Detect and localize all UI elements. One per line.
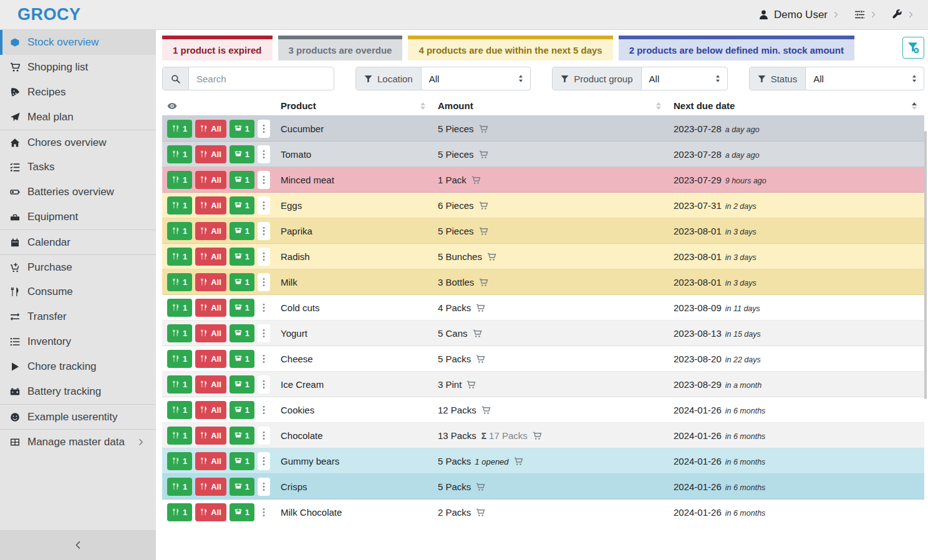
consume-all-button[interactable]: All xyxy=(195,375,226,393)
consume-all-button[interactable]: All xyxy=(195,452,226,470)
row-menu-button[interactable] xyxy=(258,375,270,393)
row-menu-button[interactable] xyxy=(258,273,270,291)
sidebar-item-manage-master-data[interactable]: Manage master data xyxy=(0,429,156,454)
consume-one-button[interactable]: 1 xyxy=(167,375,192,393)
settings-menu[interactable] xyxy=(854,9,877,20)
open-one-button[interactable]: 1 xyxy=(230,248,254,266)
row-menu-button[interactable] xyxy=(258,120,270,138)
row-menu-button[interactable] xyxy=(258,248,270,266)
sidebar-item-batteries-overview[interactable]: Batteries overview xyxy=(0,180,156,205)
row-menu-button[interactable] xyxy=(258,478,270,496)
column-header-amount[interactable]: Amount xyxy=(433,95,669,116)
sidebar-item-chore-tracking[interactable]: Chore tracking xyxy=(0,354,156,379)
open-one-button[interactable]: 1 xyxy=(230,375,254,393)
consume-one-button[interactable]: 1 xyxy=(167,350,192,368)
product-name[interactable]: Tomato xyxy=(281,149,311,160)
consume-all-button[interactable]: All xyxy=(195,222,226,240)
open-one-button[interactable]: 1 xyxy=(230,350,254,368)
sidebar-item-calendar[interactable]: Calendar xyxy=(0,229,156,254)
sidebar-item-equipment[interactable]: Equipment xyxy=(0,205,156,229)
consume-all-button[interactable]: All xyxy=(195,299,226,317)
consume-all-button[interactable]: All xyxy=(195,273,226,291)
product-name[interactable]: Gummy bears xyxy=(281,456,339,466)
consume-all-button[interactable]: All xyxy=(195,503,226,521)
open-one-button[interactable]: 1 xyxy=(230,196,254,215)
row-menu-button[interactable] xyxy=(258,427,270,445)
sidebar-item-example-userentity[interactable]: Example userentity xyxy=(0,404,156,429)
sidebar-item-meal-plan[interactable]: Meal plan xyxy=(0,105,156,130)
row-menu-button[interactable] xyxy=(258,452,270,470)
row-menu-button[interactable] xyxy=(258,171,270,189)
row-menu-button[interactable] xyxy=(258,503,270,521)
consume-one-button[interactable]: 1 xyxy=(167,427,192,445)
open-one-button[interactable]: 1 xyxy=(230,452,254,470)
consume-one-button[interactable]: 1 xyxy=(167,222,192,240)
product-name[interactable]: Paprika xyxy=(281,226,312,236)
consume-one-button[interactable]: 1 xyxy=(167,120,192,138)
sidebar-item-tasks[interactable]: Tasks xyxy=(0,155,156,180)
consume-one-button[interactable]: 1 xyxy=(167,196,192,215)
row-menu-button[interactable] xyxy=(258,222,270,240)
product-name[interactable]: Minced meat xyxy=(281,175,334,185)
location-select[interactable]: All xyxy=(422,67,531,90)
status-select[interactable]: All xyxy=(806,67,924,90)
row-menu-button[interactable] xyxy=(258,145,270,163)
product-name[interactable]: Cold cuts xyxy=(281,302,320,313)
product-name[interactable]: Eggs xyxy=(281,200,302,211)
status-banner-duesoon[interactable]: 4 products are due within the next 5 day… xyxy=(408,36,612,60)
consume-all-button[interactable]: All xyxy=(195,196,226,215)
sidebar-item-shopping-list[interactable]: Shopping list xyxy=(0,55,156,80)
consume-one-button[interactable]: 1 xyxy=(167,145,192,163)
sidebar-item-recipes[interactable]: Recipes xyxy=(0,80,156,105)
visibility-toggle-header[interactable] xyxy=(162,95,276,116)
consume-one-button[interactable]: 1 xyxy=(167,401,192,419)
open-one-button[interactable]: 1 xyxy=(230,171,254,189)
product-name[interactable]: Ice Cream xyxy=(281,379,324,390)
open-one-button[interactable]: 1 xyxy=(230,222,254,240)
open-one-button[interactable]: 1 xyxy=(230,401,254,419)
open-one-button[interactable]: 1 xyxy=(230,273,254,291)
open-one-button[interactable]: 1 xyxy=(230,324,254,342)
vertical-scrollbar[interactable] xyxy=(924,131,927,399)
open-one-button[interactable]: 1 xyxy=(230,299,254,317)
consume-one-button[interactable]: 1 xyxy=(167,478,192,496)
consume-one-button[interactable]: 1 xyxy=(167,299,192,317)
consume-all-button[interactable]: All xyxy=(195,478,226,496)
product-name[interactable]: Milk Chocolate xyxy=(281,507,342,518)
product-group-select[interactable]: All xyxy=(642,67,727,90)
search-input[interactable] xyxy=(189,67,334,90)
row-menu-button[interactable] xyxy=(258,324,270,342)
consume-one-button[interactable]: 1 xyxy=(167,503,192,521)
consume-all-button[interactable]: All xyxy=(195,171,226,189)
consume-one-button[interactable]: 1 xyxy=(167,171,192,189)
open-one-button[interactable]: 1 xyxy=(230,503,254,521)
status-banner-expired[interactable]: 1 product is expired xyxy=(162,36,273,60)
admin-menu[interactable] xyxy=(892,9,914,20)
sidebar-collapse-button[interactable] xyxy=(0,530,156,560)
consume-one-button[interactable]: 1 xyxy=(167,273,192,291)
consume-one-button[interactable]: 1 xyxy=(167,248,192,266)
sidebar-item-consume[interactable]: Consume xyxy=(0,279,156,304)
product-name[interactable]: Cucumber xyxy=(281,123,324,134)
sidebar-item-purchase[interactable]: Purchase xyxy=(0,254,156,279)
sidebar-item-inventory[interactable]: Inventory xyxy=(0,329,156,354)
product-name[interactable]: Chocolate xyxy=(281,430,323,441)
column-header-next-due-date[interactable]: Next due date xyxy=(669,95,924,116)
open-one-button[interactable]: 1 xyxy=(230,478,254,496)
consume-all-button[interactable]: All xyxy=(195,145,226,163)
sidebar-item-transfer[interactable]: Transfer xyxy=(0,304,156,329)
open-one-button[interactable]: 1 xyxy=(230,120,254,138)
status-banner-belowmin[interactable]: 2 products are below defined min. stock … xyxy=(619,36,854,60)
product-name[interactable]: Crisps xyxy=(281,481,307,492)
consume-all-button[interactable]: All xyxy=(195,350,226,368)
product-name[interactable]: Milk xyxy=(281,277,297,287)
consume-one-button[interactable]: 1 xyxy=(167,452,192,470)
product-name[interactable]: Cheese xyxy=(281,354,313,364)
row-menu-button[interactable] xyxy=(258,401,270,419)
sidebar-item-stock-overview[interactable]: Stock overview xyxy=(0,30,156,55)
product-name[interactable]: Radish xyxy=(281,251,310,262)
consume-all-button[interactable]: All xyxy=(195,120,226,138)
app-logo[interactable]: GROCY xyxy=(17,5,81,24)
product-name[interactable]: Yogurt xyxy=(281,328,307,339)
row-menu-button[interactable] xyxy=(258,350,270,368)
